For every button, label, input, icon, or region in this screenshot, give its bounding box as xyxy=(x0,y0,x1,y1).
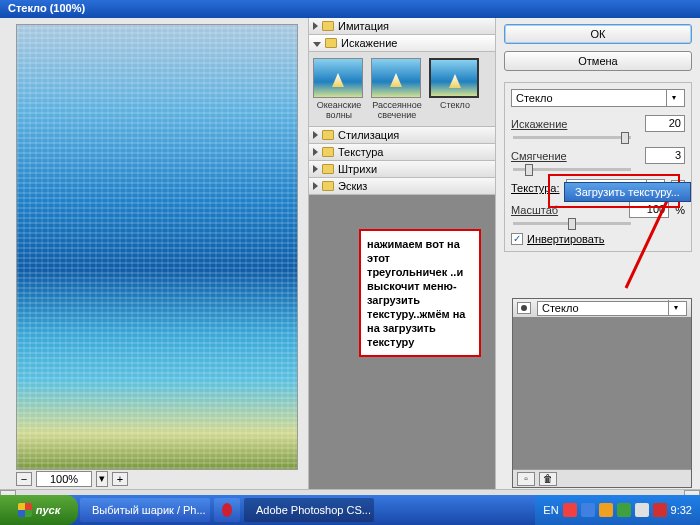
zoom-value: 100% xyxy=(36,471,92,487)
invert-row: ✓ Инвертировать xyxy=(511,233,685,245)
settings-pane: ОК Отмена Стекло ▾ Искажение 20 Смягчени… xyxy=(496,18,700,489)
folder-icon xyxy=(322,21,334,31)
window-titlebar: Стекло (100%) xyxy=(0,0,700,18)
distortion-label: Искажение xyxy=(511,118,639,130)
chevron-right-icon xyxy=(313,182,318,190)
category-label: Текстура xyxy=(338,146,383,158)
scale-slider[interactable] xyxy=(513,222,631,225)
chevron-right-icon xyxy=(313,165,318,173)
smoothness-input[interactable]: 3 xyxy=(645,147,685,164)
new-layer-button[interactable]: ▫ xyxy=(517,472,535,486)
tray-icon[interactable] xyxy=(635,503,649,517)
thumb-diffuse-glow[interactable]: Рассеянное свечение xyxy=(371,58,423,120)
thumb-label: Рассеянное свечение xyxy=(371,100,423,120)
distortion-input[interactable]: 20 xyxy=(645,115,685,132)
invert-checkbox[interactable]: ✓ xyxy=(511,233,523,245)
filter-name-value: Стекло xyxy=(516,90,553,106)
tray-icon[interactable] xyxy=(563,503,577,517)
scale-unit: % xyxy=(675,204,685,216)
folder-icon xyxy=(322,181,334,191)
zoom-dropdown[interactable]: ▾ xyxy=(96,471,108,487)
category-label: Искажение xyxy=(341,37,397,49)
system-tray: EN 9:32 xyxy=(535,495,700,525)
texture-label: Текстура: xyxy=(511,182,560,194)
zoom-out-button[interactable]: − xyxy=(16,472,32,486)
category-label: Имитация xyxy=(338,20,389,32)
chevron-right-icon xyxy=(313,131,318,139)
tutorial-annotation: нажимаем вот на этот треугольничек ..и в… xyxy=(359,229,481,357)
layers-toolbar: ▫ 🗑 xyxy=(513,469,691,487)
folder-icon xyxy=(325,38,337,48)
cancel-button[interactable]: Отмена xyxy=(504,51,692,71)
taskbar-item-label: Adobe Photoshop CS... xyxy=(256,504,371,516)
distortion-row: Искажение 20 xyxy=(511,115,685,132)
category-label: Стилизация xyxy=(338,129,399,141)
zoom-in-button[interactable]: + xyxy=(112,472,128,486)
lang-indicator[interactable]: EN xyxy=(543,504,558,516)
thumb-image xyxy=(429,58,479,98)
folder-icon xyxy=(322,147,334,157)
smoothness-row: Смягчение 3 xyxy=(511,147,685,164)
layer-row[interactable]: Стекло ▾ xyxy=(513,299,691,317)
layer-select[interactable]: Стекло ▾ xyxy=(537,301,687,316)
category-stylization[interactable]: Стилизация xyxy=(309,127,495,144)
windows-taskbar: пуск Выбитый шарик / Ph... Adobe Photosh… xyxy=(0,495,700,525)
taskbar-item-label: Выбитый шарик / Ph... xyxy=(92,504,206,516)
empty-area: нажимаем вот на этот треугольничек ..и в… xyxy=(309,195,495,489)
category-label: Штрихи xyxy=(338,163,377,175)
delete-layer-button[interactable]: 🗑 xyxy=(539,472,557,486)
tray-icon[interactable] xyxy=(581,503,595,517)
start-button[interactable]: пуск xyxy=(0,495,78,525)
filter-select-row: Стекло ▾ xyxy=(511,89,685,107)
scale-input[interactable]: 100 xyxy=(629,201,669,218)
visibility-icon[interactable] xyxy=(517,302,531,314)
taskbar-item[interactable]: Выбитый шарик / Ph... xyxy=(80,498,210,522)
ok-button[interactable]: ОК xyxy=(504,24,692,44)
chevron-right-icon xyxy=(313,22,318,30)
filter-thumbnails: Океанские волны Рассеянное свечение Стек… xyxy=(309,52,495,127)
preview-pane: − 100% ▾ + xyxy=(0,18,308,489)
thumb-image xyxy=(371,58,421,98)
invert-label: Инвертировать xyxy=(527,233,604,245)
preview-image xyxy=(16,24,298,470)
thumb-label: Стекло xyxy=(429,100,481,110)
windows-logo-icon xyxy=(18,503,32,517)
chevron-down-icon: ▾ xyxy=(668,300,682,316)
category-sketch[interactable]: Эскиз xyxy=(309,178,495,195)
category-texture[interactable]: Текстура xyxy=(309,144,495,161)
thumb-image xyxy=(313,58,363,98)
clock[interactable]: 9:32 xyxy=(671,504,692,516)
tray-icon[interactable] xyxy=(653,503,667,517)
thumb-glass[interactable]: Стекло xyxy=(429,58,481,120)
opera-icon xyxy=(222,503,232,517)
layer-name: Стекло xyxy=(542,300,579,316)
filter-categories-pane: Имитация Искажение Океанские волны Рассе… xyxy=(308,18,496,489)
category-distortion[interactable]: Искажение xyxy=(309,35,495,52)
filter-settings-group: Стекло ▾ Искажение 20 Смягчение 3 Тексту… xyxy=(504,82,692,252)
chevron-down-icon xyxy=(313,42,321,47)
zoom-bar: − 100% ▾ + xyxy=(0,470,308,488)
thumb-ocean-waves[interactable]: Океанские волны xyxy=(313,58,365,120)
distortion-slider[interactable] xyxy=(513,136,631,139)
window-title: Стекло (100%) xyxy=(8,2,85,14)
taskbar-item-active[interactable]: Adobe Photoshop CS... xyxy=(244,498,374,522)
filter-name-select[interactable]: Стекло ▾ xyxy=(511,89,685,107)
tray-icon[interactable] xyxy=(599,503,613,517)
chevron-right-icon xyxy=(313,148,318,156)
category-strokes[interactable]: Штрихи xyxy=(309,161,495,178)
tray-icon[interactable] xyxy=(617,503,631,517)
folder-icon xyxy=(322,130,334,140)
chevron-down-icon: ▾ xyxy=(666,90,680,106)
scale-row: Масштаб 100 % xyxy=(511,201,685,218)
smoothness-slider[interactable] xyxy=(513,168,631,171)
load-texture-menu-item[interactable]: Загрузить текстуру... xyxy=(564,182,691,202)
smoothness-label: Смягчение xyxy=(511,150,639,162)
main-area: − 100% ▾ + Имитация Искажение Океанские … xyxy=(0,18,700,489)
taskbar-item[interactable] xyxy=(214,498,240,522)
thumb-label: Океанские волны xyxy=(313,100,365,120)
category-imitation[interactable]: Имитация xyxy=(309,18,495,35)
category-label: Эскиз xyxy=(338,180,367,192)
scale-label: Масштаб xyxy=(511,204,623,216)
start-label: пуск xyxy=(36,504,61,516)
folder-icon xyxy=(322,164,334,174)
